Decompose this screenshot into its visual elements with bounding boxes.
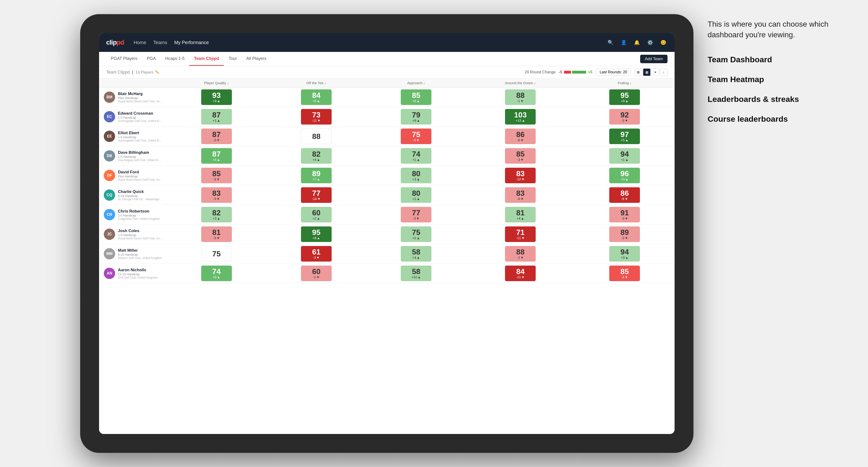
score-value: 77 (412, 209, 420, 217)
sub-tab-tour[interactable]: Tour (224, 52, 242, 66)
sub-tab-pga[interactable]: PGA (142, 52, 160, 66)
score-value: 82 (212, 209, 221, 217)
score-value: 82 (312, 150, 320, 158)
trend-down-icon (316, 275, 319, 279)
score-change: -3 (621, 217, 628, 220)
score-cell-block: 87 +1 (201, 109, 232, 125)
navbar-item-teams[interactable]: Teams (153, 39, 167, 46)
table-row: MM Matt Miller 6-10 Handicap Woburn Golf… (99, 244, 675, 264)
table-row: AN Aaron Nicholls 11-15 Handicap Drift G… (99, 264, 675, 283)
score-change: +1 (213, 119, 220, 122)
score-cell-block: 92 -3 (609, 109, 640, 125)
score-value: 77 (312, 189, 320, 197)
sub-tab-hcaps-1-5[interactable]: Hcaps 1-5 (160, 52, 189, 66)
player-cell[interactable]: CR Chris Robertson 1-5 Handicap Craigmil… (99, 205, 166, 224)
player-handicap: 1-5 Handicap (118, 116, 163, 119)
player-club: Craigmillar Park, United Kingdom (118, 217, 160, 220)
player-cell[interactable]: CQ Charlie Quick 6-10 Handicap St. Georg… (99, 185, 166, 205)
player-cell[interactable]: DB Dave Billingham 1-5 Handicap Gog Mago… (99, 146, 166, 166)
score-change: +9 (213, 99, 220, 103)
score-cell-block: 75 +2 (401, 226, 431, 242)
table-row: CR Chris Robertson 1-5 Handicap Craigmil… (99, 205, 675, 224)
trend-up-icon (521, 217, 524, 220)
score-cell-block: 75 (201, 246, 232, 261)
navbar: clippd HomeTeamsMy Performance 🔍 👤 🔔 ⚙️ … (99, 33, 675, 52)
player-cell[interactable]: EE Elliot Ebert 1-5 Handicap Sunningdale… (99, 127, 166, 146)
player-handicap: 6-10 Handicap (118, 194, 163, 198)
score-cell-block: 89 +7 (301, 168, 332, 183)
avatar: CR (104, 209, 115, 220)
trend-down-icon (521, 236, 525, 240)
score-value: 96 (621, 170, 629, 177)
list-view-button[interactable]: ≡ (651, 68, 659, 76)
trend-down-icon (625, 197, 628, 201)
player-cell[interactable]: BM Blair McHarg Plus Handicap Royal Nort… (99, 88, 166, 107)
score-cell-block: 95 +8 (301, 226, 332, 242)
player-club: Woburn Golf Club, United Kingdom (118, 256, 162, 260)
player-info: David Ford Plus Handicap Royal North Dev… (118, 170, 163, 181)
navbar-item-home[interactable]: Home (133, 39, 146, 46)
player-cell[interactable]: DF David Ford Plus Handicap Royal North … (99, 166, 166, 185)
score-cell-0: 83 -3 (166, 185, 266, 205)
trend-down-icon (416, 138, 420, 142)
last-rounds-button[interactable]: Last Rounds: 20 (596, 69, 631, 76)
score-value: 87 (212, 150, 221, 158)
settings-icon[interactable]: ⚙️ (646, 38, 654, 47)
player-cell[interactable]: MM Matt Miller 6-10 Handicap Woburn Golf… (99, 244, 166, 264)
sub-tab-all-players[interactable]: All Players (242, 52, 271, 66)
player-info: Matt Miller 6-10 Handicap Woburn Golf Cl… (118, 248, 162, 260)
player-name: Charlie Quick (118, 189, 163, 194)
score-change: +9 (621, 99, 628, 103)
sub-tab-pgat-players[interactable]: PGAT Players (106, 52, 142, 66)
score-value: 75 (412, 228, 420, 236)
add-team-button[interactable]: Add Team (640, 55, 668, 63)
score-change: +5 (621, 138, 628, 142)
heatmap-view-button[interactable]: ▦ (643, 68, 651, 76)
sub-tab-team-clippd[interactable]: Team Clippd (189, 52, 224, 66)
score-change: -3 (517, 158, 524, 161)
score-change: -8 (621, 197, 628, 201)
score-cell-block: 81 +4 (505, 207, 536, 222)
score-cell-2: 80 +1 (366, 185, 466, 205)
score-value: 86 (516, 131, 525, 138)
score-cell-4: 94 +1 (575, 146, 675, 166)
navbar-item-my-performance[interactable]: My Performance (174, 39, 209, 46)
score-cell-block: 91 -3 (609, 207, 640, 222)
trend-down-icon (521, 158, 524, 161)
player-handicap: Plus Handicap (118, 96, 163, 100)
player-handicap: 1-5 Handicap (118, 135, 163, 139)
score-change: -2 (517, 256, 524, 259)
bell-icon[interactable]: 🔔 (632, 38, 641, 47)
trend-up-icon (317, 99, 320, 103)
score-cell-block: 58 +4 (401, 246, 431, 261)
col-header: Around the Green ↓ (466, 79, 575, 88)
edit-icon[interactable]: ✏️ (155, 70, 159, 74)
player-cell[interactable]: JC Josh Coles 1-5 Handicap Royal North D… (99, 224, 166, 244)
player-handicap: 1-5 Handicap (118, 233, 163, 237)
score-cell-block: 74 +1 (401, 148, 431, 164)
download-button[interactable]: ↓ (660, 68, 668, 76)
score-change: -1 (517, 99, 524, 103)
profile-icon[interactable]: 😊 (659, 38, 668, 47)
player-name: Edward Crossman (118, 111, 163, 116)
player-cell[interactable]: EC Edward Crossman 1-5 Handicap Sunningd… (99, 107, 166, 127)
score-cell-0: 75 (166, 244, 266, 264)
score-value: 86 (621, 189, 629, 197)
score-cell-2: 85 +8 (366, 88, 466, 107)
search-icon[interactable]: 🔍 (606, 38, 615, 47)
player-handicap: 1-5 Handicap (118, 214, 160, 217)
trend-up-icon (317, 217, 320, 220)
trend-down-icon (416, 217, 420, 220)
player-handicap: 6-10 Handicap (118, 253, 162, 256)
trend-up-icon (625, 99, 628, 103)
sub-tabs-left: PGAT PlayersPGAHcaps 1-5Team ClippdTourA… (106, 52, 271, 66)
table-container: Player Quality ↓Off the Tee ↓Approach ↓A… (99, 79, 675, 434)
user-icon[interactable]: 👤 (619, 38, 628, 47)
trend-up-icon (416, 99, 420, 103)
score-value: 75 (212, 250, 221, 257)
trend-up-icon (317, 158, 320, 161)
team-header: Team Clippd | 14 Players ✏️ 20 Round Cha… (99, 66, 675, 79)
score-cell-block: 83 -10 (505, 168, 536, 183)
grid-view-button[interactable]: ⊞ (634, 68, 642, 76)
player-cell[interactable]: AN Aaron Nicholls 11-15 Handicap Drift G… (99, 264, 166, 283)
